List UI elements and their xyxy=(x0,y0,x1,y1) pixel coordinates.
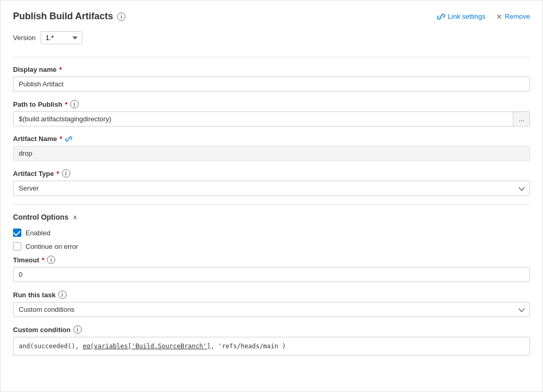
custom-condition-group: Custom condition i and(succeeded(), eq(v… xyxy=(13,325,530,356)
artifact-type-required: * xyxy=(57,170,59,178)
path-ellipsis-button[interactable]: ... xyxy=(513,111,530,127)
run-this-task-info-icon[interactable]: i xyxy=(58,290,67,299)
header-actions: Link settings ✕ Remove xyxy=(437,12,530,21)
custom-condition-info-icon[interactable]: i xyxy=(73,325,82,334)
version-select[interactable]: 1.* xyxy=(41,31,82,44)
timeout-group: Timeout * i 0 xyxy=(13,256,530,282)
path-input-wrapper: $(build.artifactstagingdirectory) ... xyxy=(13,111,530,127)
page-title: Publish Build Artifacts xyxy=(13,11,113,22)
remove-x-icon: ✕ xyxy=(496,12,502,21)
timeout-info-icon[interactable]: i xyxy=(47,256,55,264)
timeout-required: * xyxy=(42,256,44,264)
remove-button[interactable]: ✕ Remove xyxy=(496,12,530,21)
header-row: Publish Build Artifacts i Link settings … xyxy=(13,11,530,22)
display-name-required: * xyxy=(59,66,62,73)
artifact-name-wrapper: drop xyxy=(13,146,530,161)
display-name-label: Display name * xyxy=(13,66,530,73)
version-row: Version 1.* xyxy=(13,31,530,44)
timeout-input[interactable]: 0 xyxy=(13,267,530,282)
enabled-label: Enabled xyxy=(26,229,50,237)
artifact-name-label: Artifact Name * xyxy=(13,135,530,143)
path-to-publish-label: Path to Publish * i xyxy=(13,100,530,108)
link-settings-button[interactable]: Link settings xyxy=(437,12,485,21)
artifact-type-select[interactable]: Server Azure Pipelines File share xyxy=(13,181,530,196)
display-name-input[interactable]: Publish Artifact xyxy=(13,77,530,92)
artifact-chain-icon[interactable] xyxy=(65,135,72,143)
run-this-task-group: Run this task i Always Even if a previou… xyxy=(13,290,530,317)
continue-on-error-label: Continue on error xyxy=(26,243,78,250)
run-this-task-label: Run this task i xyxy=(13,290,530,299)
enabled-checkbox[interactable] xyxy=(13,229,21,237)
enabled-row: Enabled xyxy=(13,229,530,237)
version-select-wrapper: 1.* xyxy=(41,31,82,44)
artifact-name-required: * xyxy=(60,135,62,143)
link-icon xyxy=(437,12,445,21)
display-name-group: Display name * Publish Artifact xyxy=(13,66,530,92)
page-title-area: Publish Build Artifacts i xyxy=(13,11,125,22)
artifact-type-info-icon[interactable]: i xyxy=(62,169,70,178)
run-this-task-select-wrapper: Always Even if a previous task has faile… xyxy=(13,302,530,317)
control-options-chevron-icon[interactable]: ∧ xyxy=(73,214,77,221)
divider-2 xyxy=(13,204,530,205)
version-label: Version xyxy=(13,34,35,42)
path-to-publish-group: Path to Publish * i $(build.artifactstag… xyxy=(13,100,530,127)
artifact-name-input[interactable]: drop xyxy=(14,146,529,160)
artifact-name-group: Artifact Name * drop xyxy=(13,135,530,161)
artifact-type-label: Artifact Type * i xyxy=(13,169,530,178)
artifact-type-select-wrapper: Server Azure Pipelines File share xyxy=(13,181,530,196)
path-info-icon[interactable]: i xyxy=(70,100,79,108)
title-info-icon[interactable]: i xyxy=(117,12,125,21)
main-container: Publish Build Artifacts i Link settings … xyxy=(0,0,543,392)
continue-on-error-row: Continue on error xyxy=(13,242,530,250)
control-options-header: Control Options ∧ xyxy=(13,213,530,221)
continue-on-error-checkbox[interactable] xyxy=(13,242,21,250)
path-to-publish-input[interactable]: $(build.artifactstagingdirectory) xyxy=(13,111,513,127)
path-required: * xyxy=(65,100,68,108)
custom-condition-label: Custom condition i xyxy=(13,325,530,334)
timeout-label: Timeout * i xyxy=(13,256,530,264)
run-this-task-select[interactable]: Always Even if a previous task has faile… xyxy=(13,302,530,317)
custom-condition-value: and(succeeded(), eq(variables['Build.Sou… xyxy=(13,337,530,356)
artifact-type-group: Artifact Type * i Server Azure Pipelines… xyxy=(13,169,530,196)
control-options-title: Control Options xyxy=(13,213,69,221)
divider-1 xyxy=(13,57,530,57)
